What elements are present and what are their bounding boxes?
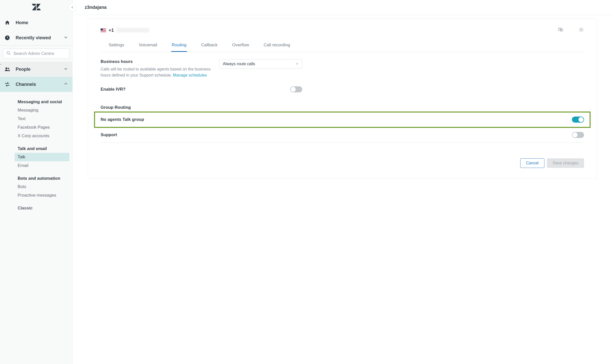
resize-handle-icon[interactable]: ↔ <box>0 62 2 66</box>
enable-ivr-title: Enable IVR? <box>101 87 217 92</box>
search-input[interactable] <box>13 51 66 56</box>
subgroup-bots-title: Bots and automation <box>0 173 72 183</box>
svg-point-1 <box>7 51 10 54</box>
nav-channels[interactable]: Channels <box>0 77 72 92</box>
subnav-talk[interactable]: Talk <box>15 153 69 161</box>
chevron-left-icon <box>71 5 74 10</box>
phone-header: +1 <box>101 27 584 33</box>
search-input-wrapper[interactable] <box>3 49 69 59</box>
subgroup-messaging-title: Messaging and social <box>0 97 72 106</box>
subnav-email[interactable]: Email <box>15 161 69 170</box>
subnav-x-corp-accounts[interactable]: X Corp accounts <box>15 132 69 140</box>
tab-call-recording[interactable]: Call recording <box>263 40 291 52</box>
group-label: Support <box>101 132 572 137</box>
nav-people[interactable]: People <box>0 62 72 77</box>
phone-number-redacted <box>116 28 149 32</box>
subnav-bots[interactable]: Bots <box>15 183 69 191</box>
setting-enable-ivr: Enable IVR? <box>101 79 584 93</box>
tab-routing[interactable]: Routing <box>171 40 187 52</box>
us-flag-icon <box>101 28 106 32</box>
manage-schedules-link[interactable]: Manage schedules <box>173 73 207 77</box>
svg-line-2 <box>9 54 10 55</box>
subnav-facebook-pages[interactable]: Facebook Pages <box>15 123 69 132</box>
svg-rect-6 <box>560 29 563 31</box>
business-hours-desc: Calls will be routed to available agents… <box>101 66 217 78</box>
subgroup-classic-title: Classic <box>0 203 72 212</box>
group-row-support: Support <box>101 127 584 143</box>
sidebar-collapse-button[interactable] <box>68 4 76 12</box>
search-icon <box>6 51 13 56</box>
business-hours-select[interactable]: Always route calls <box>219 59 302 69</box>
svg-point-7 <box>580 29 582 30</box>
phone-settings-card: +1 Settings Voicemail Routing Callback O… <box>88 19 597 178</box>
nav-home[interactable]: Home <box>0 15 72 30</box>
phone-prefix: +1 <box>109 28 114 33</box>
sidebar: ↔ Home Recently viewed Peop <box>0 0 73 364</box>
subgroup-talk-email-title: Talk and email <box>0 144 72 153</box>
tab-voicemail[interactable]: Voicemail <box>138 40 158 52</box>
group-toggle-no-agents-talk[interactable] <box>572 117 584 123</box>
enable-ivr-toggle[interactable] <box>290 86 302 92</box>
tab-settings[interactable]: Settings <box>108 40 125 52</box>
cancel-button[interactable]: Cancel <box>520 158 544 168</box>
tab-callback[interactable]: Callback <box>201 40 218 52</box>
setting-business-hours: Business hours Calls will be routed to a… <box>101 52 584 79</box>
svg-point-3 <box>6 67 7 69</box>
group-row-no-agents-talk: No agents Talk group <box>95 112 590 127</box>
nav-people-label: People <box>16 67 30 72</box>
save-button[interactable]: Save changes <box>547 158 584 168</box>
clock-icon <box>5 35 16 41</box>
home-icon <box>5 20 16 25</box>
nav-channels-label: Channels <box>16 82 36 87</box>
svg-rect-5 <box>559 28 561 30</box>
topbar: z3ndajana <box>73 0 612 15</box>
workspace-name: z3ndajana <box>85 5 107 10</box>
main: z3ndajana +1 Settings Voicemail <box>73 0 612 364</box>
nav-recently-viewed[interactable]: Recently viewed <box>0 30 72 45</box>
subnav-text[interactable]: Text <box>15 115 69 123</box>
chevron-down-icon <box>295 62 298 66</box>
tab-overflow[interactable]: Overflow <box>232 40 250 52</box>
channels-subnav: Messaging and social Messaging Text Face… <box>0 92 72 212</box>
chevron-down-icon <box>64 67 68 72</box>
business-hours-select-value: Always route calls <box>223 62 255 66</box>
nav-home-label: Home <box>16 20 28 25</box>
svg-point-4 <box>8 68 9 69</box>
channels-icon <box>5 82 16 87</box>
footer-actions: Cancel Save changes <box>101 158 584 168</box>
subnav-messaging[interactable]: Messaging <box>15 106 69 115</box>
group-routing-heading: Group Routing <box>101 105 584 110</box>
gear-icon[interactable] <box>578 27 584 33</box>
chevron-down-icon <box>64 35 68 40</box>
conversation-icon[interactable] <box>558 27 563 33</box>
chevron-up-icon <box>64 82 68 87</box>
zendesk-logo-icon <box>32 4 41 11</box>
group-label: No agents Talk group <box>101 117 572 122</box>
nav-recently-viewed-label: Recently viewed <box>16 35 51 41</box>
business-hours-title: Business hours <box>101 59 217 64</box>
people-icon <box>5 66 16 72</box>
group-toggle-support[interactable] <box>572 132 584 138</box>
tabs: Settings Voicemail Routing Callback Over… <box>101 40 584 52</box>
app-logo[interactable] <box>0 0 72 15</box>
subnav-proactive-messages[interactable]: Proactive messages <box>15 191 69 200</box>
